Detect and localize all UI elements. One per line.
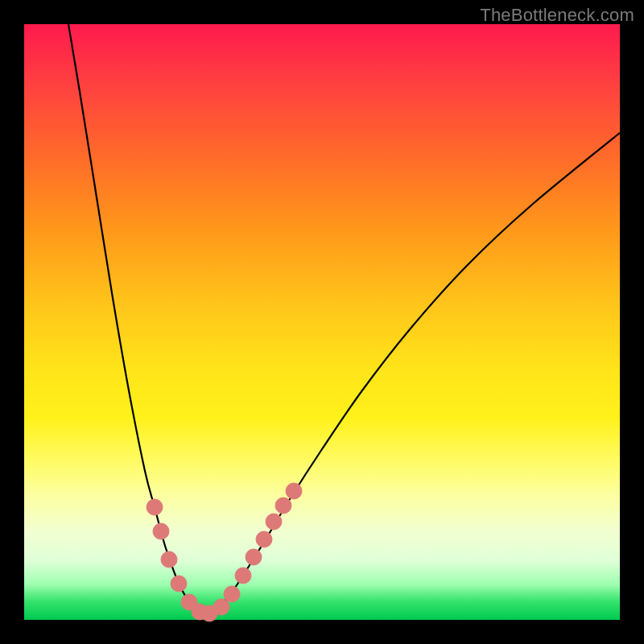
data-bead — [275, 497, 291, 514]
bead-group — [147, 483, 302, 621]
data-bead — [147, 499, 163, 515]
data-bead — [266, 514, 282, 530]
data-bead — [235, 568, 251, 584]
data-bead — [256, 531, 272, 547]
bottleneck-curve — [68, 24, 620, 613]
plot-area — [24, 24, 620, 620]
data-bead — [246, 549, 262, 565]
data-bead — [171, 576, 187, 592]
watermark-text: TheBottleneck.com — [480, 5, 634, 26]
data-bead — [213, 599, 229, 615]
data-bead — [224, 586, 240, 602]
chart-stage: TheBottleneck.com — [0, 0, 644, 644]
data-bead — [161, 551, 177, 568]
data-bead — [153, 523, 169, 539]
curve-svg — [24, 24, 620, 620]
data-bead — [286, 483, 302, 499]
